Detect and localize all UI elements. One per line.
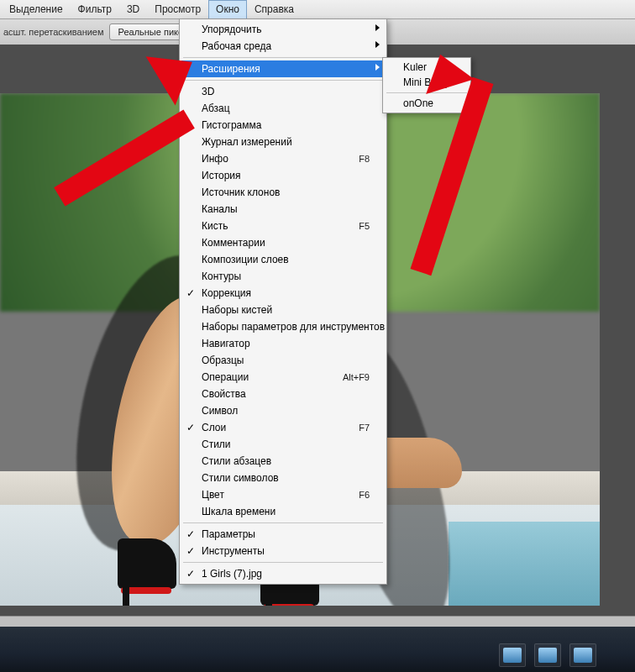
menu-item-shortcut: F6 — [359, 490, 370, 500]
menu-item-label: Журнал измерений — [202, 136, 370, 148]
window-menu-item[interactable]: Наборы кистей — [181, 302, 385, 318]
window-menu-item[interactable]: КистьF5 — [181, 218, 385, 234]
window-menu-item[interactable]: Композиции слоев — [181, 251, 385, 268]
window-menu-item[interactable]: Расширения — [181, 60, 385, 77]
menu-item-label: Рабочая среда — [202, 40, 370, 52]
window-menu-item[interactable]: Гистограмма — [181, 117, 385, 134]
window-menu-item[interactable]: Стили символов — [181, 470, 385, 486]
window-menu-item[interactable]: ✓СлоиF7 — [181, 419, 385, 436]
submenu-arrow-icon — [375, 41, 380, 48]
menu-item-label: Наборы кистей — [202, 304, 370, 316]
window-menu-item[interactable]: Навигатор — [181, 335, 385, 352]
submenu-arrow-icon — [375, 24, 380, 31]
menu-item-label: Символ — [202, 405, 370, 417]
window-menu-item[interactable]: ✓1 Girls (7).jpg — [181, 565, 385, 582]
menu-item-label: Навигатор — [202, 338, 370, 349]
menu-item-label: Шкала времени — [202, 506, 370, 517]
menu-item-label: Композиции слоев — [202, 254, 370, 265]
taskbar-icon[interactable] — [499, 643, 526, 667]
menu-item-label: Инструменты — [202, 545, 370, 557]
menu-item-shortcut: F8 — [359, 154, 370, 164]
menu-item-label: Гистограмма — [202, 119, 370, 131]
window-menu-item[interactable]: ОперацииAlt+F9 — [181, 369, 385, 386]
menu-item-label: Цвет — [202, 489, 359, 501]
menu-item-shortcut: Alt+F9 — [343, 372, 370, 382]
window-menu-item[interactable]: Комментарии — [181, 234, 385, 251]
menu-help[interactable]: Справка — [247, 0, 302, 18]
menu-3d[interactable]: 3D — [119, 0, 147, 18]
window-menu-item[interactable]: Символ — [181, 402, 385, 419]
window-menu-item[interactable]: ✓Параметры — [181, 526, 385, 543]
menu-item-label: История — [202, 170, 370, 181]
menu-item-label: Каналы — [202, 203, 370, 215]
menu-item-shortcut: F7 — [359, 423, 370, 433]
menu-select[interactable]: Выделение — [2, 0, 71, 18]
check-icon: ✓ — [186, 422, 195, 433]
window-menu-item[interactable]: Журнал измерений — [181, 134, 385, 150]
menu-view[interactable]: Просмотр — [147, 0, 208, 18]
menu-item-label: Наборы параметров для инструментов — [202, 321, 385, 333]
window-menu-item[interactable]: История — [181, 167, 385, 184]
window-menu-item[interactable]: ✓Коррекция — [181, 285, 385, 302]
window-menu-item[interactable]: Упорядочить — [181, 21, 385, 38]
menu-item-shortcut: F5 — [359, 221, 370, 231]
window-menu-item[interactable]: Источник клонов — [181, 184, 385, 201]
check-icon: ✓ — [186, 568, 195, 580]
window-menu-item[interactable]: Шкала времени — [181, 503, 385, 520]
window-menu-item[interactable]: Стили — [181, 436, 385, 453]
menu-item-label: Слои — [202, 422, 359, 433]
menu-item-label: Стили абзацев — [202, 455, 370, 467]
window-menu-item[interactable]: Рабочая среда — [181, 38, 385, 55]
submenu-arrow-icon — [375, 64, 380, 71]
window-menu-item[interactable]: Свойства — [181, 386, 385, 402]
window-menu-item[interactable]: Контуры — [181, 268, 385, 285]
menu-item-label: Кисть — [202, 220, 359, 232]
menu-item-label: Инфо — [202, 153, 359, 165]
menu-filter[interactable]: Фильтр — [71, 0, 119, 18]
check-icon: ✓ — [186, 287, 195, 299]
window-menu-item[interactable]: 3D — [181, 83, 385, 100]
taskbar-icon[interactable] — [569, 643, 596, 667]
options-drag-label: асшт. перетаскиванием — [3, 27, 104, 37]
menu-item-label: Стили — [202, 438, 370, 450]
window-menu-item[interactable]: ✓Инструменты — [181, 543, 385, 559]
annotation-arrow-left — [40, 55, 200, 189]
window-menu-item[interactable]: ЦветF6 — [181, 486, 385, 503]
menu-window[interactable]: Окно — [208, 0, 247, 18]
menu-item-label: Свойства — [202, 388, 370, 400]
window-menu-dropdown: УпорядочитьРабочая средаРасширения3DАбза… — [179, 18, 387, 585]
window-menu-item[interactable]: Каналы — [181, 201, 385, 218]
menu-item-label: Контуры — [202, 270, 370, 282]
menu-item-label: Расширения — [202, 63, 370, 75]
annotation-arrow-right — [428, 67, 563, 286]
statusbar — [0, 616, 635, 627]
menu-item-label: Комментарии — [202, 237, 370, 249]
window-menu-item[interactable]: ИнфоF8 — [181, 150, 385, 167]
menu-item-label: Операции — [202, 371, 343, 383]
menu-item-label: Параметры — [202, 528, 370, 540]
check-icon: ✓ — [186, 545, 195, 557]
taskbar — [0, 627, 635, 672]
menu-item-label: Коррекция — [202, 287, 370, 299]
menu-item-label: Источник клонов — [202, 186, 370, 198]
menu-item-label: 3D — [202, 86, 370, 97]
menu-item-label: Образцы — [202, 354, 370, 366]
taskbar-icon[interactable] — [534, 643, 561, 667]
menu-item-label: 1 Girls (7).jpg — [202, 568, 370, 580]
window-menu-item[interactable]: Образцы — [181, 352, 385, 369]
menubar: Выделение Фильтр 3D Просмотр Окно Справк… — [0, 0, 635, 19]
check-icon: ✓ — [186, 528, 195, 540]
menu-item-label: Упорядочить — [202, 24, 370, 35]
window-menu-item[interactable]: Стили абзацев — [181, 453, 385, 470]
window-menu-item[interactable]: Наборы параметров для инструментов — [181, 318, 385, 335]
menu-item-label: Стили символов — [202, 472, 370, 484]
menu-item-label: Абзац — [202, 102, 370, 114]
window-menu-item[interactable]: Абзац — [181, 100, 385, 117]
